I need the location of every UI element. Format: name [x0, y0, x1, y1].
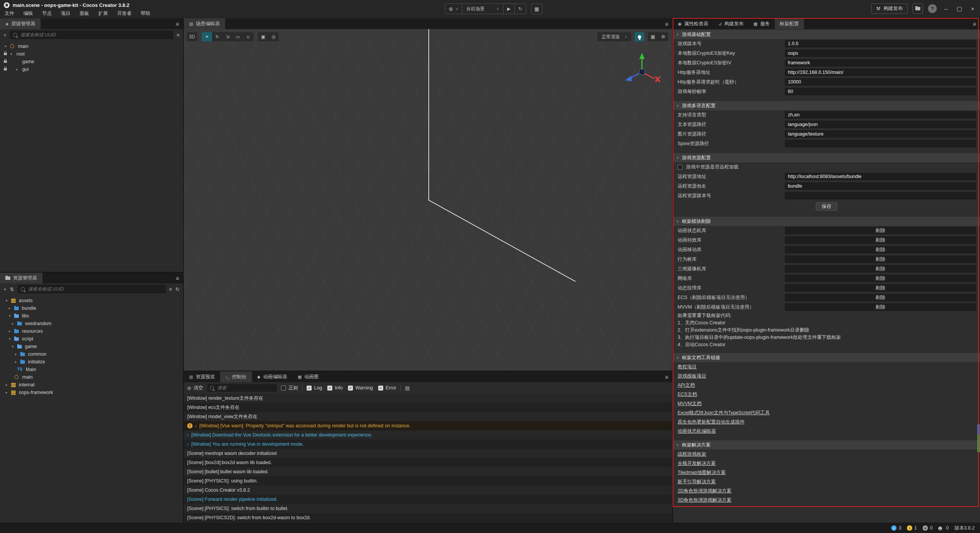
preview-target-button[interactable]: ◍ ∨ [445, 4, 462, 14]
log-row[interactable]: ! [Window] model_view文件夹存在 [184, 412, 672, 421]
tree-row[interactable]: ▾ main [0, 43, 183, 50]
tree-row[interactable]: ▸ seedrandom [0, 320, 183, 327]
scene-select[interactable]: 当前场景 ∨ [462, 4, 503, 14]
tree-row[interactable]: ▸ resources [0, 327, 183, 335]
section-header-docs[interactable]: ∨ 框架文档工具链接 [673, 353, 980, 362]
tree-arrow[interactable]: ▸ [9, 329, 14, 333]
orientation-gizmo[interactable] [619, 52, 665, 92]
warning-counter[interactable]: ! 1 [907, 525, 917, 531]
doc-link[interactable]: 游戏模板项目 [678, 373, 706, 379]
close-button[interactable]: × [969, 5, 977, 12]
solution-link[interactable]: 战棋游戏框架 [678, 451, 706, 458]
remove-module-button[interactable]: 剔除 [785, 294, 976, 301]
section-header-solutions[interactable]: ∨ 框架解决方案 [673, 440, 980, 450]
solution-link[interactable]: 新手引导解决方案 [678, 479, 716, 485]
tab-scene-editor[interactable]: ▧ 场景编辑器 [184, 18, 225, 29]
tree-row[interactable]: ▾ game [0, 343, 183, 350]
tree-arrow[interactable]: ▾ [9, 337, 14, 341]
expand-arrow-icon[interactable]: › [187, 433, 189, 437]
tree-row[interactable]: ▸ gui [0, 65, 183, 73]
info-counter[interactable]: i 3 [891, 525, 901, 531]
log-row[interactable]: ! [Scene] [box2d]:box2d wasm lib loaded. [184, 458, 672, 467]
view-option-button[interactable]: ⚙ [658, 32, 668, 41]
log-row[interactable]: ! › [Window] [Vue warn]: Property "onInp… [184, 421, 672, 430]
log-row[interactable]: ! [Scene] meshopt wasm decoder initializ… [184, 449, 672, 458]
create-node-button[interactable]: + [3, 32, 7, 38]
remove-module-button[interactable]: 剔除 [785, 303, 976, 311]
console-tab[interactable]: ▦ 动画图 [292, 371, 324, 382]
tree-row[interactable]: ▾ libs [0, 312, 183, 320]
remove-module-button[interactable]: 剔除 [785, 275, 976, 282]
view-option-button[interactable]: ▦ [648, 32, 658, 41]
remove-module-button[interactable]: 剔除 [785, 255, 976, 263]
inspector-tab[interactable]: ▩ 服务 [748, 18, 774, 29]
assets-menu-icon[interactable]: ≡ [176, 273, 179, 283]
open-folder-button[interactable] [913, 3, 923, 14]
tree-arrow[interactable]: ▾ [5, 44, 10, 48]
tree-row[interactable]: ▾ assets [0, 297, 183, 304]
transform-tool-button[interactable]: + [202, 32, 212, 41]
transform-tool-button[interactable]: ▭ [233, 32, 243, 41]
console-menu-icon[interactable]: ≡ [665, 371, 668, 382]
clear-console-button[interactable]: ⊘ 清空 [187, 385, 203, 391]
remove-module-button[interactable]: 剔除 [785, 227, 976, 234]
property-input[interactable]: http://192.168.0.150/main/ [785, 69, 976, 76]
log-row[interactable]: ! [Window] render_texture文件夹存在 [184, 394, 672, 403]
tree-arrow[interactable]: ▾ [9, 314, 14, 318]
log-row[interactable]: ! [Scene] Forward render pipeline initia… [184, 495, 672, 504]
tree-arrow[interactable]: ▾ [12, 345, 17, 348]
tree-arrow[interactable]: ▸ [9, 306, 14, 310]
tree-arrow[interactable]: ▸ [6, 391, 11, 394]
menu-item[interactable]: 扩展 [98, 10, 108, 17]
property-input[interactable]: framework [785, 59, 976, 67]
menu-item[interactable]: 面板 [80, 10, 89, 17]
log-row[interactable]: ! › [Window] Download the Vue Devtools e… [184, 430, 672, 440]
tab-assets[interactable]: 资源管理器 [0, 273, 42, 283]
property-input[interactable]: 60 [785, 88, 976, 95]
property-input[interactable] [785, 140, 976, 147]
inspector-tab[interactable]: 框架配置 [775, 18, 804, 29]
scene-menu-icon[interactable]: ≡ [665, 18, 668, 29]
tree-row[interactable]: ▾ script [0, 335, 183, 343]
inspector-tab[interactable]: ◉ 属性检查器 [673, 18, 713, 29]
remove-module-button[interactable]: 剔除 [785, 236, 976, 244]
console-tab[interactable]: ›_ 控制台 [220, 371, 252, 382]
tree-row[interactable]: ▸ internal [0, 381, 183, 389]
console-tab[interactable]: ▥ 资源预览 [184, 371, 220, 382]
tree-row[interactable]: ▾ root [0, 50, 183, 58]
solution-link[interactable]: 2D角色扮演游戏解决方案 [678, 488, 732, 494]
solution-link[interactable]: 全栈开发解决方案 [678, 460, 716, 467]
remove-module-button[interactable]: 剔除 [785, 284, 976, 292]
log-detail-icon[interactable]: ▤ [405, 385, 410, 391]
tree-arrow[interactable]: ▸ [6, 383, 11, 387]
reload-button[interactable]: ↻ [515, 4, 526, 14]
menu-item[interactable]: 帮助 [141, 10, 150, 17]
menu-item[interactable]: 开发者 [117, 10, 132, 17]
tree-arrow[interactable]: ▸ [16, 67, 21, 71]
regex-toggle[interactable]: 正则 [281, 385, 298, 391]
log-row[interactable]: ! › [Window] You are running Vue in deve… [184, 440, 672, 449]
doc-link[interactable]: API文档 [678, 382, 695, 389]
doc-link[interactable]: Excel格式转Json文件与TypeScript代码工具 [678, 410, 770, 416]
menu-item[interactable]: 编辑 [23, 10, 33, 17]
tree-row[interactable]: ▸ common [0, 350, 183, 358]
section-header-language[interactable]: ∨ 游戏多语言配置 [673, 101, 980, 110]
help-button[interactable]: ? [928, 4, 937, 13]
remote-load-checkbox[interactable] [678, 165, 683, 170]
section-header-modules[interactable]: ∨ 框架模块剔除 [673, 217, 980, 226]
snap-tool-button[interactable]: ◎ [268, 32, 279, 41]
log-filter-toggle[interactable]: ✓ Error [378, 385, 396, 391]
doc-link[interactable]: 动画状态机编辑器 [678, 428, 716, 435]
maximize-button[interactable]: ▢ [955, 5, 964, 12]
play-button[interactable]: ▶ [503, 4, 514, 14]
tree-arrow[interactable]: ▾ [6, 299, 11, 302]
hierarchy-menu-icon[interactable]: ≡ [176, 18, 179, 29]
section-header-basic[interactable]: ∨ 游戏基础配置 [673, 30, 980, 39]
mode-3d-button[interactable]: 3D [187, 32, 197, 41]
log-row[interactable]: ! [Scene] Cocos Creator v3.8.2 [184, 486, 672, 495]
property-input[interactable]: oops [785, 49, 976, 57]
snap-tool-button[interactable]: ▣ [258, 32, 268, 41]
tree-row[interactable]: game [0, 58, 183, 65]
inspector-tab[interactable]: ⊿ 构建发布 [713, 18, 748, 29]
tab-hierarchy[interactable]: ◈ 层级管理器 [0, 18, 41, 29]
